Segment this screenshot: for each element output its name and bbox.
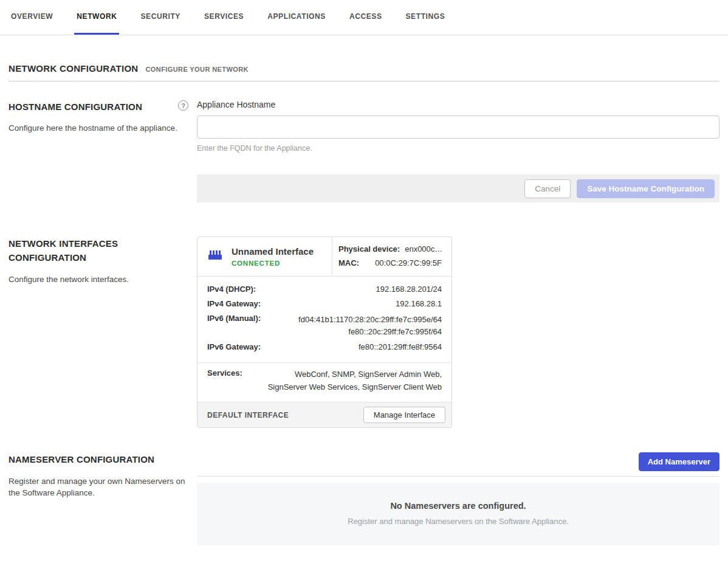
page-subtitle: CONFIGURE YOUR NETWORK xyxy=(146,66,249,73)
interface-row-ipv6-gateway: IPv6 Gateway: fe80::201:29ff:fe8f:9564 xyxy=(207,340,442,355)
interface-status-badge: CONNECTED xyxy=(232,260,314,267)
nameserver-section: NAMESERVER CONFIGURATION Register and ma… xyxy=(9,452,719,545)
mac-label: MAC: xyxy=(338,258,359,269)
tab-security[interactable]: SECURITY xyxy=(138,0,182,35)
interface-card-header: Unnamed Interface CONNECTED Physical dev… xyxy=(197,237,452,276)
top-tab-bar: OVERVIEW NETWORK SECURITY SERVICES APPLI… xyxy=(0,0,728,35)
tab-applications[interactable]: APPLICATIONS xyxy=(265,0,328,35)
interface-row-ipv4: IPv4 (DHCP): 192.168.28.201/24 xyxy=(207,283,442,297)
hostname-section-title: HOSTNAME CONFIGURATION xyxy=(9,100,142,114)
tab-settings[interactable]: SETTINGS xyxy=(403,0,448,35)
interfaces-section-intro: NETWORK INTERFACES CONFIGURATION Configu… xyxy=(9,236,188,428)
network-interface-icon xyxy=(207,249,223,264)
save-hostname-button[interactable]: Save Hostname Configuration xyxy=(577,179,715,198)
nameserver-panel: Add Nameserver No Nameservers are config… xyxy=(197,452,719,545)
interface-row-ipv6: IPv6 (Manual): fd04:41b1:1170:28:20c:29f… xyxy=(207,312,442,340)
nameserver-empty-state: No Nameservers are configured. Register … xyxy=(197,483,719,545)
interface-address-rows: IPv4 (DHCP): 192.168.28.201/24 IPv4 Gate… xyxy=(197,277,452,362)
tab-overview[interactable]: OVERVIEW xyxy=(9,0,55,35)
interfaces-section-description: Configure the network interfaces. xyxy=(9,274,188,286)
add-nameserver-button[interactable]: Add Nameserver xyxy=(639,452,719,471)
nameserver-divider xyxy=(197,476,719,477)
page-header: NETWORK CONFIGURATION CONFIGURE YOUR NET… xyxy=(9,63,719,74)
mac-value: 00:0C:29:7C:99:5F xyxy=(375,258,442,269)
interfaces-list: Unnamed Interface CONNECTED Physical dev… xyxy=(197,236,719,428)
nameserver-empty-description: Register and manage Nameservers on the S… xyxy=(209,517,707,526)
hostname-action-bar: Cancel Save Hostname Configuration xyxy=(197,174,719,202)
nameserver-section-intro: NAMESERVER CONFIGURATION Register and ma… xyxy=(9,452,188,545)
services-label: Services: xyxy=(207,368,242,394)
tab-network[interactable]: NETWORK xyxy=(74,0,119,35)
hostname-section: HOSTNAME CONFIGURATION ? Configure here … xyxy=(9,100,719,202)
default-interface-badge: DEFAULT INTERFACE xyxy=(207,411,289,419)
interface-card-footer: DEFAULT INTERFACE Manage Interface xyxy=(197,402,452,427)
main-content: NETWORK CONFIGURATION CONFIGURE YOUR NET… xyxy=(0,63,728,545)
nameserver-section-title: NAMESERVER CONFIGURATION xyxy=(9,452,188,466)
hostname-field-help: Enter the FQDN for the Appliance. xyxy=(197,144,719,153)
help-icon[interactable]: ? xyxy=(178,100,188,111)
interfaces-section-title: NETWORK INTERFACES CONFIGURATION xyxy=(9,236,188,265)
nameserver-empty-title: No Nameservers are configured. xyxy=(209,501,707,511)
cancel-button[interactable]: Cancel xyxy=(524,179,571,198)
tab-access[interactable]: ACCESS xyxy=(347,0,385,35)
hostname-input[interactable] xyxy=(197,116,719,139)
nameserver-toolbar: Add Nameserver xyxy=(197,452,719,471)
nameserver-section-description: Register and manage your own Nameservers… xyxy=(9,475,188,499)
hostname-form: Appliance Hostname Enter the FQDN for th… xyxy=(197,100,719,202)
page-header-divider xyxy=(9,81,719,81)
interface-name: Unnamed Interface xyxy=(232,246,314,257)
interface-services-row: Services: WebConf, SNMP, SignServer Admi… xyxy=(197,363,452,402)
hostname-field-label: Appliance Hostname xyxy=(197,100,719,109)
physical-device-value: enx000c… xyxy=(405,244,442,255)
hostname-section-intro: HOSTNAME CONFIGURATION ? Configure here … xyxy=(9,100,188,202)
manage-interface-button[interactable]: Manage Interface xyxy=(363,407,445,423)
hostname-section-description: Configure here the hostname of the appli… xyxy=(9,122,188,134)
interface-row-ipv4-gateway: IPv4 Gateway: 192.168.28.1 xyxy=(207,297,442,312)
tab-services[interactable]: SERVICES xyxy=(202,0,246,35)
physical-device-label: Physical device: xyxy=(338,244,400,255)
interface-card: Unnamed Interface CONNECTED Physical dev… xyxy=(197,236,452,428)
page-title: NETWORK CONFIGURATION xyxy=(9,63,139,74)
services-value: WebConf, SNMP, SignServer Admin Web, Sig… xyxy=(259,368,442,394)
interfaces-section: NETWORK INTERFACES CONFIGURATION Configu… xyxy=(9,236,719,428)
